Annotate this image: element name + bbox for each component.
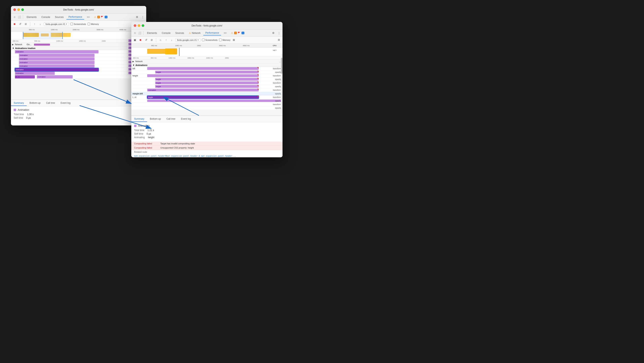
prop-bar-tm-selected[interactable]: height: [147, 96, 259, 99]
screenshots-checkbox-back[interactable]: Screenshots: [70, 23, 86, 25]
animations-arrow-back[interactable]: ▼: [12, 47, 14, 49]
summary-title-front: Animation: [134, 124, 280, 127]
memory-icon-front[interactable]: ⊠: [232, 38, 236, 42]
anim-block-3[interactable]: Animation: [19, 57, 94, 61]
memory-input-back[interactable]: [88, 23, 90, 25]
tab-console-back[interactable]: Console: [40, 15, 52, 19]
ruler-2982-top: 2982: [197, 45, 201, 47]
upload-icon-front[interactable]: ↑: [164, 38, 168, 42]
record-icon-front[interactable]: ⏺: [138, 38, 142, 42]
home-icon-front[interactable]: ⌂: [158, 38, 162, 42]
reload-icon-back[interactable]: ↺: [18, 22, 22, 26]
memory-checkbox-front[interactable]: Memory: [219, 39, 230, 41]
tab-calltree-front[interactable]: Call tree: [164, 116, 178, 122]
ruler-tick-2996: 2996 ms: [72, 29, 80, 31]
settings-icon-back[interactable]: ⚙: [135, 15, 139, 19]
warning-icon-front: ⚠: [231, 32, 233, 34]
prop-row-height1: height opacity: [131, 71, 282, 74]
prop-bar-height4[interactable]: height: [155, 82, 259, 84]
tab-calltree-back[interactable]: Call tree: [43, 100, 58, 106]
prop-bar-height1[interactable]: height: [155, 71, 259, 74]
prop-bar-height3[interactable]: height: [155, 78, 259, 81]
tab-sources-back[interactable]: Sources: [53, 15, 66, 19]
error-msg-2: Unsupported CSS property: height: [160, 147, 194, 149]
inspect-icon[interactable]: ⊹: [12, 15, 16, 19]
settings-icon-front[interactable]: ⚙: [271, 31, 275, 35]
upload-icon-back[interactable]: ↑: [33, 22, 36, 26]
tab-performance-back[interactable]: Performance: [66, 15, 84, 20]
device-icon-front[interactable]: ⬜: [138, 31, 142, 35]
tab-summary-front[interactable]: Summary: [131, 116, 147, 122]
screenshots-input-front[interactable]: [202, 39, 204, 41]
tab-more-front[interactable]: >>: [222, 31, 228, 35]
screenshots-input-back[interactable]: [70, 23, 73, 25]
more-icon-front[interactable]: ⋮: [277, 31, 281, 35]
anim-block-selected-back[interactable]: Animation: [15, 68, 98, 71]
settings2-icon-front[interactable]: ⚙: [277, 38, 281, 42]
prop-bar-animation[interactable]: Animation: [147, 89, 259, 91]
tab-bottomup-back[interactable]: Bottom-up: [27, 100, 43, 106]
anim-block-7[interactable]: Animation: [15, 72, 55, 75]
anim-row-4: Animation: [11, 61, 146, 64]
tab-elements-back[interactable]: Elements: [25, 15, 38, 19]
anim-block-ain[interactable]: A...n: [15, 75, 35, 79]
memory-checkbox-back[interactable]: Memory: [88, 23, 99, 25]
prop-row-height4: height transform: [131, 81, 282, 85]
tab-elements-front[interactable]: Elements: [145, 31, 159, 35]
screenshots-checkbox-front[interactable]: Screenshots: [202, 39, 218, 41]
related-node-link-row: mat-expansion-panel-header#mat-expansion…: [131, 154, 282, 157]
scrollbar-thumb-front[interactable]: [281, 58, 282, 74]
more-icon-back[interactable]: ⋮: [141, 15, 145, 19]
network-arrow-back[interactable]: ▶: [12, 44, 14, 46]
url-arrow-back[interactable]: ▾: [66, 23, 67, 25]
prop-label-tm: t...m: [132, 96, 136, 98]
anim-block-5[interactable]: Animation: [19, 65, 94, 68]
tab-network-front[interactable]: ⚠ Network: [187, 31, 202, 35]
bottom-panel-front: Summary Bottom-up Call tree Event log An…: [131, 116, 282, 157]
tab-bottomup-front[interactable]: Bottom-up: [147, 116, 164, 122]
maximize-button-back[interactable]: [21, 8, 24, 11]
record-icon-back[interactable]: ⏺: [12, 22, 16, 26]
stop-icon-back[interactable]: ⊘: [24, 22, 28, 26]
prop-bar-height5[interactable]: height: [155, 85, 259, 88]
tab-console-front[interactable]: Console: [160, 31, 172, 35]
close-button-front[interactable]: [134, 24, 136, 27]
stop-icon-front[interactable]: ⊘: [150, 38, 154, 42]
close-button-back[interactable]: [13, 8, 16, 11]
network-arrow-front[interactable]: ▶: [132, 60, 134, 63]
bottom-panel-back: Summary Bottom-up Call tree Event log An…: [11, 100, 146, 125]
minimize-button-front[interactable]: [138, 24, 140, 27]
anim-block-2[interactable]: Animation: [19, 54, 94, 57]
opacity-right-6: opacity: [275, 107, 281, 109]
animating-label-front: Animating: [134, 136, 145, 139]
inspect-icon-front[interactable]: ⊹: [133, 31, 137, 35]
network-bar-back: [34, 44, 50, 46]
ruler-1496: 1496 ms: [56, 40, 63, 42]
anim-block-1[interactable]: Animation: [15, 50, 98, 53]
url-arrow-front[interactable]: ▾: [198, 39, 198, 41]
tab-summary-back[interactable]: Summary: [11, 100, 27, 106]
related-node-link[interactable]: mat-expansion-panel-header#mat-expansion…: [134, 155, 236, 157]
prop-row-empty2: transform: [131, 103, 282, 106]
prop-row-height5: height opacity: [131, 85, 282, 88]
device-icon[interactable]: ⬜: [17, 15, 21, 19]
prop-bar-height2[interactable]: [147, 74, 259, 77]
tab-performance-front[interactable]: Performance: [203, 31, 221, 36]
maximize-button-front[interactable]: [142, 24, 144, 27]
download-icon-front[interactable]: ↓: [170, 38, 174, 42]
prop-bar-left[interactable]: [147, 67, 259, 70]
anim-block-4[interactable]: Animation: [19, 61, 94, 64]
tab-eventlog-back[interactable]: Event log: [58, 100, 73, 106]
sidebar-icon-front[interactable]: ▣: [133, 38, 137, 42]
minimize-button-back[interactable]: [17, 8, 20, 11]
download-icon-back[interactable]: ↓: [38, 22, 42, 26]
memory-input-front[interactable]: [219, 39, 222, 41]
tab-more-back[interactable]: >>: [85, 15, 92, 19]
animations-arrow-front[interactable]: ▼: [132, 64, 135, 66]
bottom-ruler-back: 496 ms 996 ms 1496 ms 1996 ms 2496: [11, 39, 146, 43]
reload-icon-front[interactable]: ↺: [144, 38, 148, 42]
tab-eventlog-front[interactable]: Event log: [178, 116, 194, 122]
tab-sources-front[interactable]: Sources: [173, 31, 186, 35]
summary-panel-back: Animation Total time 1.30 s Self time 0 …: [11, 106, 146, 122]
anim-block-8b[interactable]: Animation: [37, 75, 72, 79]
